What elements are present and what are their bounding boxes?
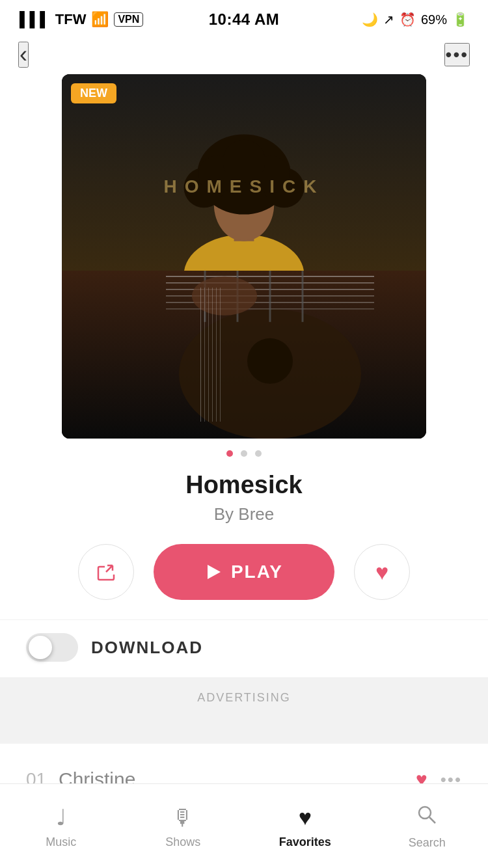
pagination-dots bbox=[226, 450, 262, 457]
sidebar-item-favorites[interactable]: ♥ Favorites bbox=[244, 797, 366, 849]
album-section: HOMESICK bbox=[0, 74, 488, 619]
status-right: 🌙 ↗ ⏰ 69% 🔋 bbox=[362, 12, 468, 27]
more-button[interactable]: ••• bbox=[444, 43, 470, 66]
dot-3[interactable] bbox=[255, 450, 262, 457]
svg-point-25 bbox=[419, 807, 431, 819]
svg-marker-24 bbox=[208, 565, 221, 579]
vpn-badge: VPN bbox=[114, 12, 143, 27]
back-button[interactable]: ‹ bbox=[18, 42, 29, 68]
toggle-knob bbox=[29, 636, 52, 659]
battery-label: 69% bbox=[421, 12, 447, 27]
heart-nav-icon: ♥ bbox=[299, 805, 312, 830]
album-guitar-section bbox=[62, 271, 426, 439]
location-icon: ↗ bbox=[383, 12, 394, 27]
battery-icon: 🔋 bbox=[452, 12, 468, 27]
favorites-nav-label: Favorites bbox=[279, 835, 331, 849]
bottom-nav: ♩ Music 🎙 Shows ♥ Favorites Search bbox=[0, 783, 488, 868]
status-bar: ▌▌▌ TFW 📶 VPN 10:44 AM 🌙 ↗ ⏰ 69% 🔋 bbox=[0, 0, 488, 35]
play-button[interactable]: PLAY bbox=[154, 544, 334, 600]
dot-2[interactable] bbox=[241, 450, 247, 457]
carrier-label: TFW bbox=[55, 11, 87, 28]
share-button[interactable] bbox=[78, 544, 134, 600]
album-title-overlay: HOMESICK bbox=[164, 176, 325, 197]
like-button[interactable]: ♥ bbox=[354, 544, 410, 600]
dot-1[interactable] bbox=[226, 450, 233, 457]
download-label: DOWNLOAD bbox=[91, 638, 203, 658]
play-label: PLAY bbox=[231, 562, 283, 582]
search-nav-label: Search bbox=[409, 836, 446, 850]
alarm-icon: ⏰ bbox=[400, 12, 416, 27]
album-person-section bbox=[62, 74, 426, 275]
music-nav-label: Music bbox=[46, 835, 76, 849]
album-art-bg: HOMESICK bbox=[62, 74, 426, 439]
song-artist: By Bree bbox=[214, 504, 275, 524]
microphone-icon: 🎙 bbox=[172, 805, 194, 830]
shows-nav-label: Shows bbox=[165, 835, 200, 849]
music-icon: ♩ bbox=[56, 804, 66, 830]
search-icon bbox=[416, 804, 438, 831]
album-art: HOMESICK bbox=[62, 74, 426, 439]
play-icon bbox=[205, 563, 222, 580]
download-row: DOWNLOAD bbox=[0, 619, 488, 678]
ad-label: ADVERTISING bbox=[197, 691, 291, 704]
sidebar-item-music[interactable]: ♩ Music bbox=[0, 796, 122, 849]
top-nav: ‹ ••• bbox=[0, 35, 488, 74]
moon-icon: 🌙 bbox=[362, 12, 378, 27]
svg-line-26 bbox=[429, 817, 435, 823]
heart-icon: ♥ bbox=[375, 560, 388, 585]
new-badge: NEW bbox=[71, 83, 116, 103]
guitar-strings-decoration bbox=[135, 271, 353, 439]
status-left: ▌▌▌ TFW 📶 VPN bbox=[20, 11, 143, 28]
action-row: PLAY ♥ bbox=[52, 544, 436, 600]
sidebar-item-shows[interactable]: 🎙 Shows bbox=[122, 797, 245, 849]
status-time: 10:44 AM bbox=[209, 10, 279, 29]
wifi-icon: 📶 bbox=[91, 11, 109, 28]
signal-icon: ▌▌▌ bbox=[20, 11, 50, 28]
download-toggle[interactable] bbox=[26, 633, 78, 662]
song-title: Homesick bbox=[185, 471, 303, 499]
sidebar-item-search[interactable]: Search bbox=[366, 796, 489, 850]
share-icon bbox=[94, 560, 118, 584]
advertising-section: ADVERTISING bbox=[0, 678, 488, 744]
